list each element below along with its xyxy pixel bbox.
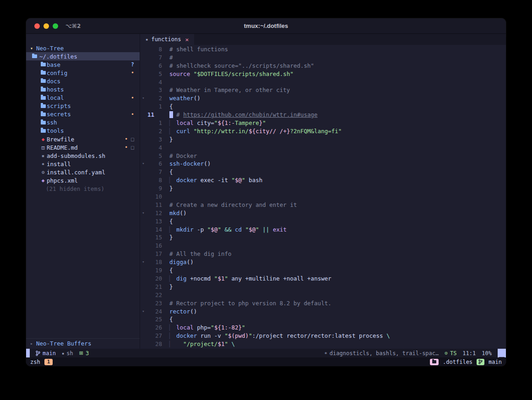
git-status-badges: •□ [125, 144, 134, 151]
code-line[interactable]: 5source "$DOTFILES/scripts/shared.sh" [140, 70, 506, 78]
code-line[interactable]: ▾12mkd() [140, 209, 506, 217]
code-line[interactable]: ▾2weather() [140, 94, 506, 103]
code-line[interactable]: 5# Docker [140, 152, 506, 160]
statusline: main ▪ sh ⊞ 3 ∗ diagnosticls, bashls, tr… [26, 349, 506, 357]
code-line[interactable]: ▾24rector() [140, 308, 506, 316]
close-window-button[interactable] [34, 23, 40, 29]
tree-item-hosts[interactable]: hosts [26, 85, 140, 93]
line-number: 21 [147, 283, 162, 291]
minimize-window-button[interactable] [43, 23, 49, 29]
tab-functions[interactable]: ▪ functions × [140, 34, 194, 45]
code-line[interactable]: 26▏ local php="${1:-82}" [140, 324, 506, 332]
tree-item-ssh[interactable]: ssh [26, 119, 140, 127]
code-line[interactable]: 21} [140, 283, 506, 291]
tmux-window-index[interactable]: 1 [44, 359, 53, 365]
code-line[interactable]: 6# shellcheck source="../scripts/shared.… [140, 62, 506, 70]
branch-name: main [43, 350, 56, 357]
tree-item-Brewfile[interactable]: ◆Brewfile•□ [26, 135, 140, 143]
code-line[interactable]: 8# shell functions [140, 45, 506, 54]
code-line[interactable]: 1{ [140, 103, 506, 111]
code-line[interactable]: 3} [140, 135, 506, 144]
neotree-buffers-header[interactable]: ▸Neo-Tree Buffers [26, 340, 140, 348]
neotree-header: ▾Neo-Tree [26, 44, 140, 52]
code-line[interactable]: 22 [140, 291, 506, 299]
tmux-directory-pill [430, 359, 439, 365]
fold-column [140, 283, 147, 291]
code-line[interactable]: 9} [140, 184, 506, 193]
count-value: 3 [86, 350, 89, 357]
line-number: 3 [147, 135, 162, 144]
tree-item-install.conf.yaml[interactable]: ⚙install.conf.yaml [26, 168, 140, 176]
code-line[interactable]: 7{ [140, 168, 506, 176]
tree-item-secrets[interactable]: secrets• [26, 110, 140, 119]
tree-item-config[interactable]: config• [26, 69, 140, 77]
tree-item-tools[interactable]: tools [26, 127, 140, 135]
zoom-window-button[interactable] [53, 23, 58, 29]
code-line[interactable]: 7# [140, 54, 506, 62]
fold-column [140, 184, 147, 193]
code-line[interactable]: 15} [140, 233, 506, 242]
code-line[interactable]: 11# Create a new directory and enter it [140, 201, 506, 209]
line-number: 2 [147, 94, 162, 103]
folder-icon [432, 360, 436, 363]
fold-column [140, 193, 147, 201]
code-line[interactable]: 20▏ dig +nocmd "$1" any +multiline +noal… [140, 275, 506, 283]
code-text: { [169, 266, 173, 275]
code-line[interactable]: 10 [140, 193, 506, 201]
fold-icon[interactable]: ▾ [140, 94, 147, 103]
code-line[interactable]: 25{ [140, 315, 506, 324]
git-status-badge: • [131, 70, 134, 76]
tree-root-label: ~/.dotfiles [39, 53, 77, 60]
tree-item-docs[interactable]: docs [26, 77, 140, 85]
code-line[interactable]: 14▏ mkdir -p "$@" && cd "$@" || exit [140, 226, 506, 234]
fold-icon[interactable]: ▾ [140, 209, 147, 217]
filetype-indicator: ▪ sh [62, 350, 73, 357]
code-line[interactable]: 17# All the dig info [140, 250, 506, 258]
tree-item-label: secrets [47, 111, 71, 118]
line-number: 20 [147, 275, 162, 283]
file-icon: ▪ [146, 37, 148, 42]
code-line[interactable]: ▾6ssh-docker() [140, 160, 506, 168]
code-line[interactable]: 4 [140, 78, 506, 86]
code-line[interactable]: 28▏ "/project/$1" \ [140, 340, 506, 348]
code-line[interactable]: 11 # https://github.com/chubin/wttr.in#u… [140, 111, 506, 119]
code-line[interactable]: 2▏ curl "http://wttr.in/${city// /+}?2nF… [140, 127, 506, 135]
tmux-directory: .dotfiles [443, 359, 472, 365]
tree-item-scripts[interactable]: scripts [26, 102, 140, 110]
fold-column [140, 119, 147, 127]
fold-icon[interactable]: ▾ [140, 160, 147, 168]
code-text: # Rector project to php version 8.2 by d… [169, 299, 331, 308]
line-number: 13 [147, 217, 162, 226]
close-tab-icon[interactable]: × [185, 36, 189, 43]
code-line[interactable]: 13{ [140, 217, 506, 226]
fold-column [140, 45, 147, 54]
tree-item-README.md[interactable]: ◫README.md•□ [26, 143, 140, 151]
code-line[interactable]: 19{ [140, 266, 506, 275]
code-line[interactable]: 27▏ docker run -v "$(pwd)":/project rect… [140, 332, 506, 340]
fold-column [140, 340, 147, 348]
fold-icon[interactable]: ▾ [140, 258, 147, 266]
fold-column [140, 299, 147, 308]
fold-icon[interactable]: ▾ [140, 308, 147, 316]
code-line[interactable]: 1▏ local city="${1:-Tampere}" [140, 119, 506, 127]
fold-column [140, 291, 147, 299]
tree-item-phpcs.xml[interactable]: ◈phpcs.xml [26, 177, 140, 185]
tree-items: base?config•docshostslocal•scriptssecret… [26, 60, 140, 184]
code-text: ▏ local php="${1:-82}" [169, 324, 245, 332]
tree-item-add-submodules.sh[interactable]: ▪add-submodules.sh [26, 151, 140, 160]
tree-item-install[interactable]: ∗install [26, 160, 140, 168]
code-line[interactable]: 4 [140, 144, 506, 152]
code-line[interactable]: 16 [140, 242, 506, 250]
code-line[interactable]: 3# Weather in Tampere, or other city [140, 86, 506, 94]
code-line[interactable]: 8▏ docker exec -it "$@" bash [140, 176, 506, 184]
tree-item-base[interactable]: base? [26, 60, 140, 69]
git-status-badge: ? [131, 61, 134, 68]
git-status-badges: • [131, 70, 134, 76]
line-number: 25 [147, 315, 162, 324]
brew-icon: ◆ [40, 136, 46, 142]
tree-item-local[interactable]: local• [26, 94, 140, 102]
tree-root-dotfiles[interactable]: ~/.dotfiles [26, 52, 140, 60]
tmux-branch-pill [477, 359, 484, 365]
code-line[interactable]: ▾18digga() [140, 258, 506, 266]
code-line[interactable]: 23# Rector project to php version 8.2 by… [140, 299, 506, 308]
